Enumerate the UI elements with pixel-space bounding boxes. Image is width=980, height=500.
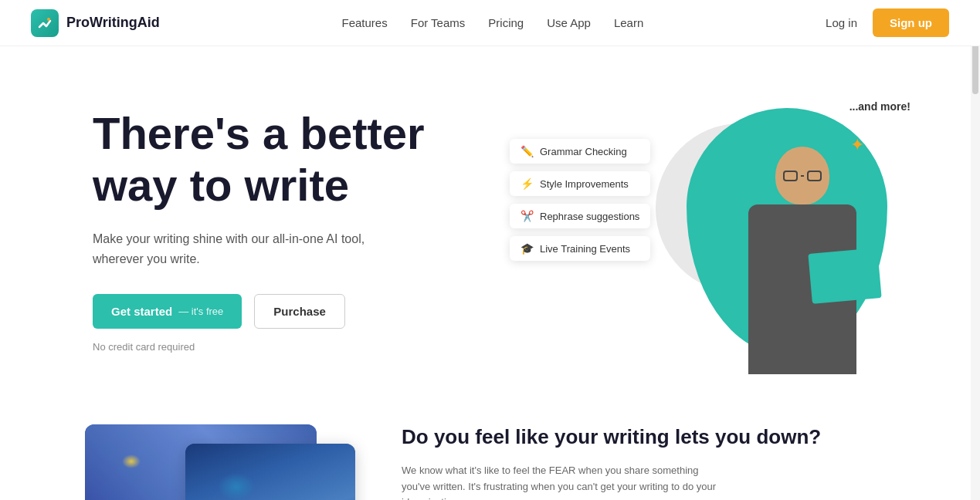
person-head xyxy=(775,147,829,204)
image-stack: My idea in my head xyxy=(62,417,355,500)
writing-problem-text: We know what it's like to feel the FEAR … xyxy=(402,463,726,500)
hero-buttons: Get started — it's free Purchase xyxy=(93,294,494,329)
navbar-actions: Log in Sign up xyxy=(826,8,949,37)
hero-section: There's a better way to write Make your … xyxy=(0,46,980,417)
hero-title-line2: way to write xyxy=(93,160,349,210)
brand-name: ProWritingAid xyxy=(66,15,160,31)
person-glasses xyxy=(783,170,822,182)
grammar-icon: ✏️ xyxy=(521,145,534,157)
nav-features[interactable]: Features xyxy=(342,16,388,29)
and-more-label: ...and more! xyxy=(849,100,910,113)
person-illustration xyxy=(725,147,880,386)
training-label: Live Training Events xyxy=(540,243,630,255)
image-card-front xyxy=(185,444,355,500)
no-credit-card-text: No credit card required xyxy=(93,341,494,353)
van-gogh-pattern-front xyxy=(185,444,355,500)
hero-content: There's a better way to write Make your … xyxy=(93,93,494,353)
hero-subtitle: Make your writing shine with our all-in-… xyxy=(93,229,371,269)
lower-section: My idea in my head Do you feel like your… xyxy=(0,417,980,500)
feature-pill-grammar: ✏️ Grammar Checking xyxy=(510,139,650,164)
style-icon: ⚡ xyxy=(521,177,534,190)
glass-bridge xyxy=(801,175,805,177)
feature-pill-training: 🎓 Live Training Events xyxy=(510,236,650,261)
get-started-free-label: — it's free xyxy=(178,306,223,317)
feature-pill-style: ⚡ Style Improvements xyxy=(510,171,650,196)
get-started-button[interactable]: Get started — it's free xyxy=(93,294,242,329)
navbar: ProWritingAid Features For Teams Pricing… xyxy=(0,0,980,46)
nav-learn[interactable]: Learn xyxy=(614,16,643,29)
writing-problem-section: Do you feel like your writing lets you d… xyxy=(402,417,918,500)
svg-point-0 xyxy=(47,18,50,21)
grammar-label: Grammar Checking xyxy=(540,146,627,157)
login-link[interactable]: Log in xyxy=(826,16,857,29)
writing-problem-title: Do you feel like your writing lets you d… xyxy=(402,424,918,451)
nav-for-teams[interactable]: For Teams xyxy=(411,16,466,29)
purchase-button[interactable]: Purchase xyxy=(254,294,345,329)
training-icon: 🎓 xyxy=(521,242,534,255)
hero-title: There's a better way to write xyxy=(93,108,494,211)
person-body xyxy=(748,204,856,374)
laptop-illustration xyxy=(808,248,881,304)
sparkle-icon: ✦ xyxy=(850,135,864,155)
feature-pills-container: ✏️ Grammar Checking ⚡ Style Improvements… xyxy=(510,139,650,261)
nav-pricing[interactable]: Pricing xyxy=(488,16,524,29)
glass-left xyxy=(783,171,798,181)
scrollbar[interactable] xyxy=(971,0,980,500)
get-started-label: Get started xyxy=(111,305,172,318)
nav-use-app[interactable]: Use App xyxy=(547,16,591,29)
rephrase-label: Rephrase suggestions xyxy=(540,211,639,222)
rephrase-icon: ✂️ xyxy=(521,210,534,222)
glass-right xyxy=(807,171,822,181)
brand-logo-icon xyxy=(31,9,59,37)
hero-title-line1: There's a better xyxy=(93,108,425,158)
nav-links: Features For Teams Pricing Use App Learn xyxy=(342,16,644,30)
brand-logo-link[interactable]: ProWritingAid xyxy=(31,9,160,37)
signup-button[interactable]: Sign up xyxy=(873,8,949,37)
style-label: Style Improvements xyxy=(540,178,629,190)
feature-pill-rephrase: ✂️ Rephrase suggestions xyxy=(510,204,650,228)
hero-illustration: ...and more! ✦ ✏️ Grammar Checking xyxy=(510,93,918,386)
